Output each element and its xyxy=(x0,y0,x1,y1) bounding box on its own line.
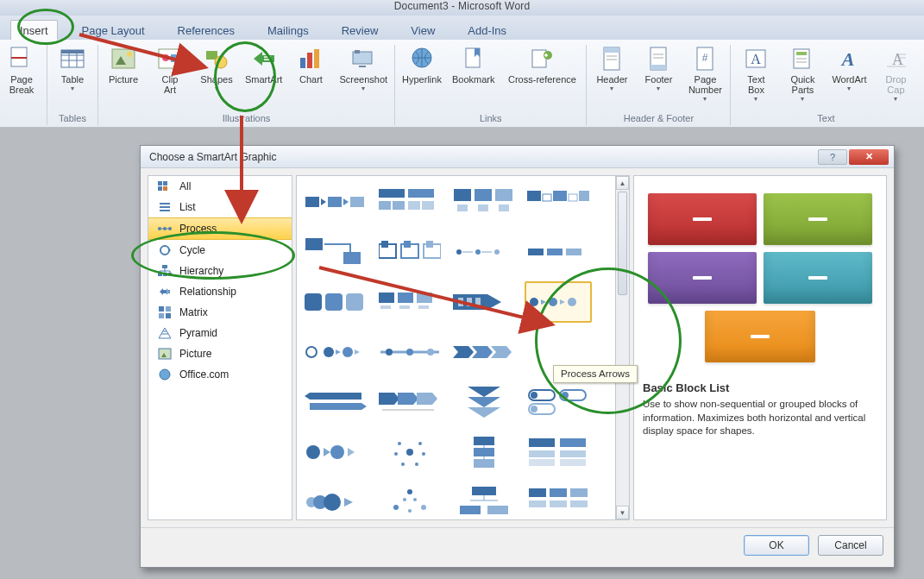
tab-page-layout[interactable]: Page Layout xyxy=(73,21,154,40)
smartart-thumb[interactable] xyxy=(450,431,518,473)
smartart-thumb[interactable] xyxy=(376,281,443,323)
screenshot-button[interactable]: Screenshot ▾ xyxy=(339,45,387,91)
svg-rect-65 xyxy=(168,273,172,276)
tab-addins[interactable]: Add-Ins xyxy=(459,21,515,40)
dialog-titlebar[interactable]: Choose a SmartArt Graphic ? ✕ xyxy=(141,146,894,168)
category-pyramid[interactable]: Pyramid xyxy=(148,323,292,343)
crossreference-button[interactable]: Cross-reference xyxy=(505,45,579,85)
shapes-button[interactable]: Shapes ▾ xyxy=(198,45,235,91)
footer-icon xyxy=(644,45,672,72)
smartart-thumb[interactable] xyxy=(450,231,518,273)
footer-button[interactable]: Footer ▾ xyxy=(640,45,676,91)
dialog-help-button[interactable]: ? xyxy=(818,149,847,165)
svg-point-177 xyxy=(394,452,398,456)
wordart-button[interactable]: A WordArt ▾ xyxy=(831,45,867,91)
category-cycle[interactable]: Cycle xyxy=(148,240,292,261)
svg-rect-30 xyxy=(604,47,619,53)
category-list-item[interactable]: List xyxy=(148,197,292,217)
relationship-icon xyxy=(157,286,173,298)
category-all-label: All xyxy=(179,180,191,192)
smartart-thumb[interactable] xyxy=(376,181,443,223)
svg-text:A: A xyxy=(840,48,855,70)
smartart-thumb[interactable] xyxy=(450,481,518,519)
svg-rect-101 xyxy=(543,194,551,201)
smartart-thumb[interactable] xyxy=(450,331,518,373)
svg-point-57 xyxy=(158,227,161,230)
page-break-button[interactable]: Page Break xyxy=(3,45,40,95)
hyperlink-button[interactable]: Hyperlink xyxy=(402,45,442,85)
scrollbar-thumb[interactable] xyxy=(618,192,627,295)
chart-button[interactable]: Chart xyxy=(292,45,329,85)
smartart-thumb[interactable] xyxy=(525,231,592,273)
svg-rect-129 xyxy=(399,305,410,309)
tab-insert[interactable]: Insert xyxy=(10,20,58,40)
smartart-thumb[interactable] xyxy=(376,381,443,423)
smartart-thumb[interactable] xyxy=(525,181,592,223)
smartart-thumb[interactable] xyxy=(376,231,443,273)
svg-rect-111 xyxy=(381,241,388,248)
picture-button[interactable]: Picture xyxy=(105,45,141,85)
category-picture[interactable]: Picture xyxy=(148,343,292,364)
scroll-up-button[interactable]: ▲ xyxy=(616,176,629,190)
smartart-thumb-selected[interactable] xyxy=(525,281,592,323)
svg-rect-124 xyxy=(346,293,363,311)
svg-point-141 xyxy=(324,347,334,357)
smartart-thumb[interactable] xyxy=(450,281,518,323)
category-hierarchy[interactable]: Hierarchy xyxy=(148,261,292,281)
tab-mailings[interactable]: Mailings xyxy=(259,21,317,40)
svg-rect-20 xyxy=(307,53,312,68)
category-relationship[interactable]: Relationship xyxy=(148,281,292,302)
smartart-thumb[interactable] xyxy=(376,431,443,473)
smartart-button[interactable]: SmartArt xyxy=(245,45,282,85)
ok-button[interactable]: OK xyxy=(744,535,809,556)
tab-review[interactable]: Review xyxy=(333,21,387,40)
smartart-thumb[interactable] xyxy=(450,381,518,423)
svg-rect-119 xyxy=(528,249,544,255)
picturecat-icon xyxy=(157,348,173,360)
svg-point-12 xyxy=(162,54,169,61)
cancel-button[interactable]: Cancel xyxy=(818,535,883,556)
smartart-thumb[interactable] xyxy=(302,281,369,323)
preview-title: Basic Block List xyxy=(643,380,877,394)
smartart-thumb[interactable] xyxy=(525,431,592,473)
smartart-thumb[interactable] xyxy=(302,331,369,373)
smartart-thumb[interactable] xyxy=(376,481,443,519)
smartart-thumb[interactable] xyxy=(302,231,369,273)
svg-rect-204 xyxy=(487,506,508,514)
smartart-icon xyxy=(250,45,278,72)
header-button[interactable]: Header ▾ xyxy=(594,45,630,91)
dialog-close-button[interactable]: ✕ xyxy=(849,149,889,165)
textbox-button[interactable]: A Text Box ▾ xyxy=(738,45,774,102)
table-button[interactable]: Table ▾ xyxy=(54,45,91,91)
category-matrix[interactable]: Matrix xyxy=(148,302,292,323)
pagenumber-button[interactable]: # Page Number ▾ xyxy=(687,45,723,102)
smartart-thumb[interactable] xyxy=(302,431,369,473)
preview-pane: Basic Block List Use to show non-sequent… xyxy=(633,175,887,520)
bookmark-button[interactable]: Bookmark xyxy=(452,45,495,85)
smartart-thumb[interactable] xyxy=(302,381,369,423)
svg-rect-186 xyxy=(529,438,555,447)
svg-point-58 xyxy=(163,227,167,230)
category-officecom[interactable]: Office.com xyxy=(148,364,292,385)
tab-references[interactable]: References xyxy=(169,21,243,40)
thumbnails-scrollbar[interactable]: ▲ ▼ xyxy=(615,176,629,519)
clipart-button[interactable]: Clip Art xyxy=(152,45,188,95)
scroll-down-button[interactable]: ▼ xyxy=(616,506,629,519)
preview-block xyxy=(764,193,872,245)
category-process-label: Process xyxy=(179,223,217,235)
smartart-thumb[interactable] xyxy=(376,331,443,373)
smartart-thumb[interactable] xyxy=(302,481,369,519)
category-all[interactable]: All xyxy=(148,176,292,197)
dropcap-button[interactable]: A Drop Cap ▾ xyxy=(877,45,914,102)
hyperlink-icon xyxy=(408,45,436,72)
smartart-thumb[interactable] xyxy=(525,481,592,519)
svg-point-146 xyxy=(386,349,393,356)
clipart-icon xyxy=(156,45,184,72)
smartart-thumb[interactable] xyxy=(525,381,592,423)
quickparts-button[interactable]: Quick Parts ▾ xyxy=(784,45,820,102)
group-links-label: Links xyxy=(402,113,579,125)
category-process[interactable]: Process xyxy=(148,217,292,240)
smartart-thumb[interactable] xyxy=(450,181,518,223)
smartart-thumb[interactable] xyxy=(302,181,369,223)
tab-view[interactable]: View xyxy=(402,21,443,40)
